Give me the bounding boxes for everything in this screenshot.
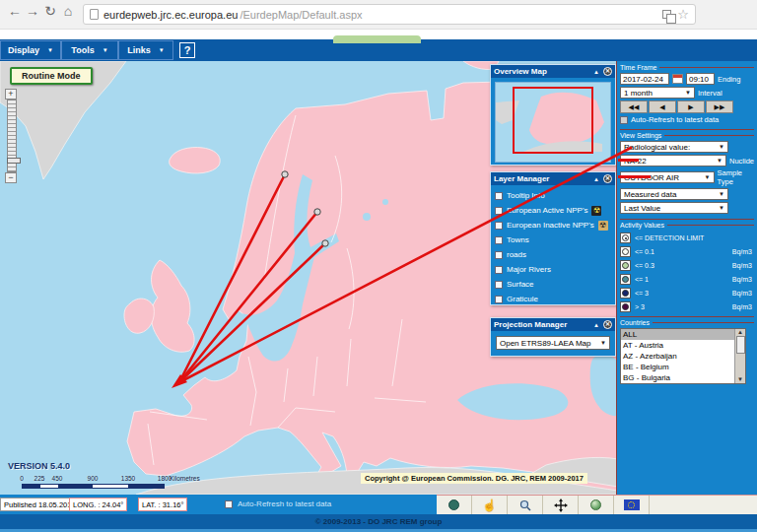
checkbox[interactable] [495, 236, 503, 244]
home-icon[interactable]: ⌂ [59, 3, 77, 19]
interval-label: Interval [698, 89, 723, 98]
radiation-icon: ☢ [598, 221, 608, 231]
map-tool-dock: ☝ [437, 495, 757, 514]
chevron-down-icon: ▼ [719, 144, 724, 150]
bookmark-star-icon[interactable]: ☆ [677, 8, 689, 21]
collapse-icon[interactable]: ▲ [593, 69, 599, 75]
step-back-button[interactable]: ◀ [649, 100, 676, 113]
checkbox[interactable] [495, 296, 503, 303]
layer-item: Major Rivers [491, 262, 615, 277]
scale-tick: 225 [34, 475, 45, 482]
layer-item: Surface [491, 277, 615, 292]
checkbox[interactable] [495, 207, 503, 215]
version-label: VERSION 5.4.0 [8, 461, 70, 471]
layer-item: European Active NPP's☢ [491, 203, 615, 218]
sample-type-select[interactable]: OUTDOOR AIR▼ [620, 171, 715, 183]
magnifier-icon [519, 499, 531, 511]
checkbox[interactable] [495, 192, 503, 200]
overview-map-panel: Overview Map▲✕ [490, 64, 616, 166]
extensions-icon[interactable] [662, 10, 671, 19]
layer-item: Towns [491, 233, 615, 247]
nuclide-select[interactable]: NA-22▼ [620, 155, 726, 166]
scale-tick: 1350 [121, 475, 135, 482]
step-first-button[interactable]: ◀◀ [620, 100, 648, 113]
data-type-select[interactable]: Measured data▼ [620, 188, 728, 200]
forward-icon[interactable]: → [24, 3, 41, 19]
section-title: Activity Values [620, 222, 754, 229]
checkbox[interactable] [495, 281, 503, 289]
longitude-readout: LONG. : 24.04° [69, 498, 127, 511]
value-mode-select[interactable]: Last Value▼ [620, 202, 728, 214]
pointer-tool-button[interactable]: ☝ [472, 496, 508, 514]
zoom-in-button[interactable]: + [5, 89, 17, 100]
time-input[interactable]: 09:10 [686, 73, 715, 85]
green-tab [333, 35, 421, 43]
collapse-icon[interactable]: ▲ [593, 176, 599, 182]
legend-row: <= 1Bq/m3 [620, 272, 754, 286]
chevron-down-icon: ▼ [685, 90, 691, 96]
listbox-scrollbar[interactable]: ▲▼ [734, 329, 745, 383]
legend-row: <= DETECTION LIMIT [620, 231, 754, 244]
activity-values-section: Activity Values <= DETECTION LIMIT <= 0.… [620, 220, 754, 317]
close-icon[interactable]: ✕ [603, 67, 612, 76]
refresh-icon[interactable]: ↻ [41, 3, 59, 19]
step-last-button[interactable]: ▶▶ [706, 100, 733, 113]
chevron-down-icon: ▼ [600, 340, 606, 346]
help-button[interactable]: ? [179, 42, 195, 58]
eu-flag-button[interactable] [614, 496, 650, 514]
menu-links[interactable]: Links▼ [118, 40, 173, 60]
checkbox[interactable] [495, 266, 503, 274]
country-item[interactable]: AZ - Azerbaijan [621, 351, 736, 362]
time-frame-section: Time Frame 2017-02-24 09:10 Ending 1 mon… [620, 62, 754, 130]
close-icon[interactable]: ✕ [603, 174, 612, 183]
zoom-tool-button[interactable] [508, 496, 543, 514]
section-title: View Settings [620, 132, 754, 139]
layer-manager-panel: Layer Manager▲✕ Tooltip Info European Ac… [490, 171, 616, 305]
checkbox[interactable] [495, 222, 503, 230]
back-icon[interactable]: ← [6, 3, 24, 19]
ending-label: Ending [718, 75, 740, 84]
checkbox[interactable] [495, 251, 503, 259]
address-bar[interactable]: eurdepweb.jrc.ec.europa.eu/EurdepMap/Def… [83, 4, 696, 25]
legend-symbol [620, 274, 631, 285]
legend-symbol [620, 233, 631, 243]
calendar-icon[interactable] [672, 74, 683, 84]
zoom-out-button[interactable]: − [5, 172, 17, 183]
select-tool-button[interactable] [437, 496, 472, 514]
overview-minimap[interactable] [495, 82, 611, 163]
page-icon [90, 9, 99, 20]
close-icon[interactable]: ✕ [603, 320, 612, 329]
chevron-down-icon: ▼ [47, 47, 53, 53]
country-item[interactable]: AT - Austria [621, 340, 736, 351]
autorefresh-checkbox[interactable] [225, 500, 233, 508]
date-input[interactable]: 2017-02-24 [620, 73, 669, 85]
country-item[interactable]: ALL [621, 329, 736, 340]
step-forward-button[interactable]: ▶ [677, 100, 705, 113]
menu-display[interactable]: Display▼ [0, 40, 61, 60]
autorefresh-label: Auto-Refresh to latest data [238, 499, 331, 508]
autorefresh-label: Auto-Refresh to latest data [631, 115, 719, 124]
zoom-handle[interactable] [7, 158, 21, 164]
projection-select[interactable]: Open ETRS89-LAEA Map▼ [496, 336, 610, 350]
country-item[interactable]: BE - Belgium [621, 362, 736, 372]
collapse-icon[interactable]: ▲ [593, 322, 599, 328]
country-item[interactable]: BG - Bulgaria [621, 372, 736, 383]
zoom-track[interactable] [7, 100, 17, 172]
interval-select[interactable]: 1 month▼ [620, 87, 695, 99]
layer-item: Graticule [491, 292, 615, 306]
chevron-down-icon: ▼ [705, 174, 711, 180]
pan-tool-button[interactable] [543, 496, 579, 514]
nuclide-label: Nuclide [729, 157, 754, 166]
chevron-down-icon: ▼ [717, 158, 723, 164]
globe-tool-button[interactable] [579, 496, 614, 514]
radiological-select[interactable]: Radiological value:▼ [620, 141, 728, 153]
legend-row: <= 3Bq/m3 [620, 286, 754, 299]
autorefresh-checkbox[interactable] [620, 116, 628, 124]
routine-mode-button[interactable]: Routine Mode [10, 67, 93, 85]
scale-unit: Kilometres [170, 475, 200, 482]
app-menubar: Display▼ Tools▼ Links▼ ? [0, 39, 757, 61]
hand-icon: ☝ [482, 499, 497, 511]
legend-symbol [620, 288, 631, 299]
menu-tools[interactable]: Tools▼ [61, 40, 118, 60]
panel-title: Projection Manager [494, 320, 567, 329]
